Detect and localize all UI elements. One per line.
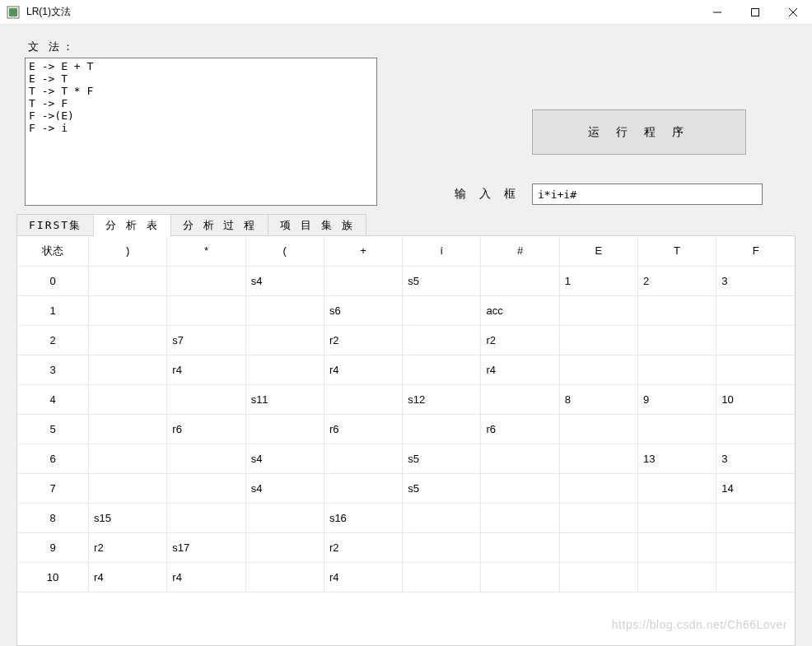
table-cell[interactable] xyxy=(559,473,637,503)
table-cell[interactable] xyxy=(167,266,245,295)
state-cell[interactable]: 2 xyxy=(17,325,89,355)
table-cell[interactable] xyxy=(559,503,637,532)
table-cell[interactable] xyxy=(89,384,167,414)
table-cell[interactable]: s4 xyxy=(245,444,324,473)
table-cell[interactable] xyxy=(637,295,716,325)
table-cell[interactable]: s4 xyxy=(245,266,324,295)
table-cell[interactable]: r4 xyxy=(167,355,245,384)
table-cell[interactable] xyxy=(403,532,481,562)
state-cell[interactable]: 6 xyxy=(17,444,89,473)
table-cell[interactable] xyxy=(481,473,559,503)
table-cell[interactable]: 2 xyxy=(637,266,716,295)
table-cell[interactable] xyxy=(481,444,559,473)
table-cell[interactable] xyxy=(716,414,795,444)
table-cell[interactable] xyxy=(637,562,716,592)
table-cell[interactable] xyxy=(716,355,795,384)
table-cell[interactable] xyxy=(324,473,402,503)
table-cell[interactable] xyxy=(89,473,167,503)
table-cell[interactable]: r2 xyxy=(324,532,402,562)
table-cell[interactable] xyxy=(89,325,167,355)
table-cell[interactable]: r4 xyxy=(167,562,245,592)
table-cell[interactable] xyxy=(559,355,637,384)
table-cell[interactable] xyxy=(167,473,245,503)
table-cell[interactable] xyxy=(481,266,559,295)
table-cell[interactable] xyxy=(559,444,637,473)
state-cell[interactable]: 3 xyxy=(17,355,89,384)
table-cell[interactable]: r6 xyxy=(167,414,245,444)
table-cell[interactable]: r2 xyxy=(481,325,559,355)
maximize-button[interactable] xyxy=(736,0,774,25)
table-cell[interactable]: s16 xyxy=(324,503,402,532)
table-cell[interactable] xyxy=(403,355,481,384)
close-button[interactable] xyxy=(774,0,812,25)
table-cell[interactable] xyxy=(716,503,795,532)
table-cell[interactable]: acc xyxy=(481,295,559,325)
table-cell[interactable] xyxy=(89,414,167,444)
table-cell[interactable]: s15 xyxy=(89,503,167,532)
table-cell[interactable] xyxy=(89,444,167,473)
table-cell[interactable]: 1 xyxy=(559,266,637,295)
table-cell[interactable] xyxy=(89,266,167,295)
table-cell[interactable] xyxy=(403,414,481,444)
table-cell[interactable] xyxy=(481,384,559,414)
state-cell[interactable]: 7 xyxy=(17,473,89,503)
table-cell[interactable] xyxy=(403,325,481,355)
tab-parse-process[interactable]: 分 析 过 程 xyxy=(170,214,268,236)
table-cell[interactable]: r6 xyxy=(324,414,402,444)
minimize-button[interactable] xyxy=(698,0,736,25)
table-cell[interactable]: r2 xyxy=(324,325,402,355)
table-cell[interactable] xyxy=(245,414,324,444)
table-cell[interactable]: s4 xyxy=(245,473,324,503)
table-cell[interactable] xyxy=(167,444,245,473)
table-cell[interactable] xyxy=(245,325,324,355)
input-field[interactable] xyxy=(532,184,763,205)
table-cell[interactable] xyxy=(716,532,795,562)
table-cell[interactable] xyxy=(245,503,324,532)
table-cell[interactable] xyxy=(637,325,716,355)
table-cell[interactable]: 14 xyxy=(716,473,795,503)
table-cell[interactable] xyxy=(559,532,637,562)
table-cell[interactable]: s7 xyxy=(167,325,245,355)
table-cell[interactable]: 8 xyxy=(559,384,637,414)
table-cell[interactable] xyxy=(559,414,637,444)
state-cell[interactable]: 0 xyxy=(17,266,89,295)
table-cell[interactable]: r4 xyxy=(324,355,402,384)
table-cell[interactable] xyxy=(637,355,716,384)
table-cell[interactable] xyxy=(89,295,167,325)
table-cell[interactable] xyxy=(637,414,716,444)
table-cell[interactable]: 3 xyxy=(716,266,795,295)
run-button[interactable]: 运 行 程 序 xyxy=(532,109,746,155)
table-cell[interactable]: 13 xyxy=(637,444,716,473)
table-cell[interactable] xyxy=(403,295,481,325)
table-cell[interactable] xyxy=(403,562,481,592)
table-cell[interactable]: r4 xyxy=(89,562,167,592)
tab-item-sets[interactable]: 项 目 集 族 xyxy=(268,214,366,236)
table-cell[interactable] xyxy=(403,503,481,532)
table-cell[interactable]: s5 xyxy=(403,266,481,295)
table-cell[interactable] xyxy=(324,266,402,295)
table-cell[interactable] xyxy=(167,295,245,325)
table-cell[interactable]: s5 xyxy=(403,444,481,473)
table-cell[interactable] xyxy=(324,444,402,473)
table-cell[interactable] xyxy=(559,562,637,592)
state-cell[interactable]: 9 xyxy=(17,532,89,562)
table-cell[interactable] xyxy=(481,562,559,592)
table-cell[interactable]: 3 xyxy=(716,444,795,473)
state-cell[interactable]: 1 xyxy=(17,295,89,325)
grammar-textarea[interactable] xyxy=(25,58,377,206)
table-cell[interactable] xyxy=(167,384,245,414)
table-cell[interactable] xyxy=(637,503,716,532)
table-cell[interactable] xyxy=(716,295,795,325)
tab-first-set[interactable]: FIRST集 xyxy=(16,214,94,236)
table-cell[interactable] xyxy=(481,532,559,562)
table-cell[interactable] xyxy=(716,562,795,592)
table-cell[interactable] xyxy=(637,532,716,562)
table-cell[interactable] xyxy=(245,355,324,384)
table-cell[interactable]: s17 xyxy=(167,532,245,562)
table-cell[interactable]: s5 xyxy=(403,473,481,503)
table-cell[interactable] xyxy=(245,295,324,325)
table-cell[interactable]: r4 xyxy=(481,355,559,384)
table-cell[interactable]: s6 xyxy=(324,295,402,325)
table-cell[interactable]: s12 xyxy=(403,384,481,414)
table-cell[interactable] xyxy=(245,562,324,592)
